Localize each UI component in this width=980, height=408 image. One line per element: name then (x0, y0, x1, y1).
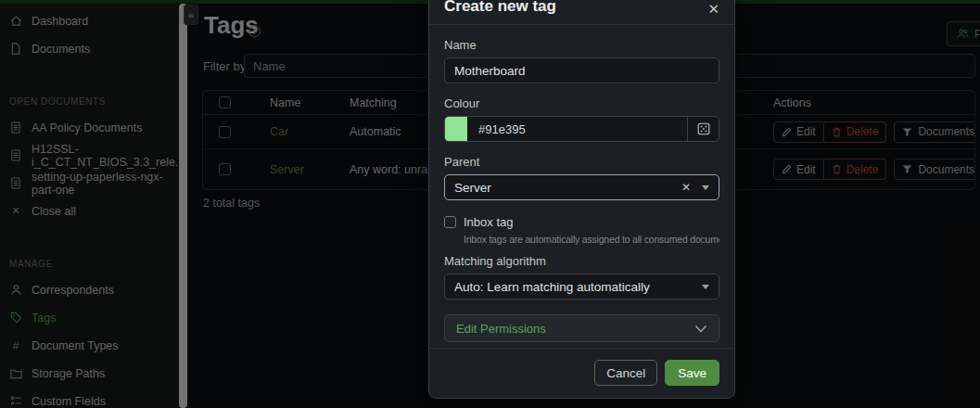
matching-selected-value: Auto: Learn matching automatically (454, 280, 650, 294)
edit-permissions-accordion[interactable]: Edit Permissions (444, 314, 719, 342)
edit-permissions-label: Edit Permissions (456, 322, 546, 336)
colour-field-label: Colour (444, 96, 719, 110)
inbox-tag-label: Inbox tag (464, 215, 514, 229)
matching-algorithm-label: Matching algorithm (444, 254, 719, 268)
close-icon[interactable]: ✕ (707, 2, 719, 16)
inbox-tag-hint: Inbox tags are automatically assigned to… (464, 234, 719, 245)
inbox-tag-checkbox[interactable] (444, 216, 456, 228)
caret-down-icon (702, 185, 709, 190)
parent-selected-value: Server (454, 181, 491, 195)
create-tag-modal: Create new tag ✕ Name Colour Parent Serv… (428, 0, 735, 399)
name-field-label: Name (444, 38, 719, 52)
colour-swatch (445, 117, 467, 141)
matching-algorithm-select[interactable]: Auto: Learn matching automatically (444, 274, 719, 300)
tag-name-input[interactable] (444, 57, 719, 83)
dice-icon (697, 122, 710, 135)
random-colour-button[interactable] (687, 117, 719, 141)
clear-icon[interactable]: ✕ (681, 181, 691, 194)
chevron-down-icon (694, 325, 707, 333)
paperless-ngx-app: Dashboard Documents OPEN DOCUMENTS AA Po… (0, 0, 980, 408)
parent-select[interactable]: Server ✕ (444, 174, 719, 200)
modal-title: Create new tag (444, 0, 556, 16)
parent-field-label: Parent (444, 155, 719, 169)
caret-down-icon (702, 285, 709, 289)
cancel-button[interactable]: Cancel (594, 360, 657, 386)
save-button[interactable]: Save (665, 360, 719, 386)
colour-hex-input[interactable] (467, 117, 687, 141)
